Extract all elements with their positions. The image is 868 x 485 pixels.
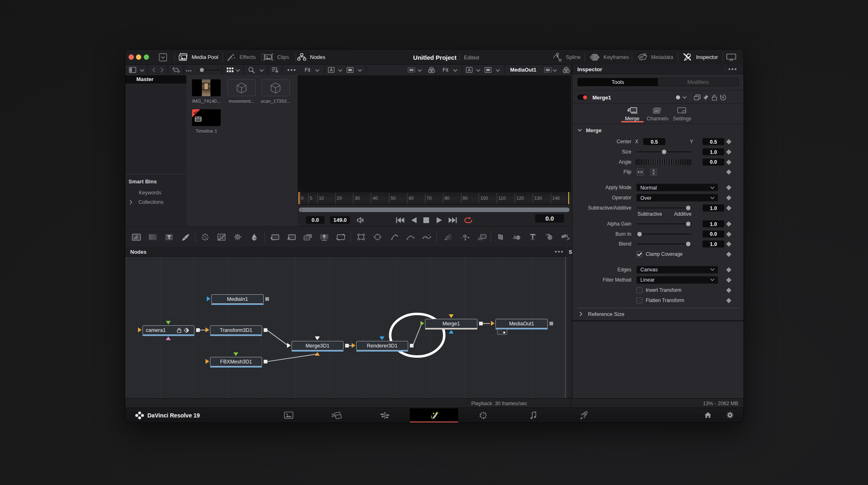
node-output-port[interactable] (264, 360, 267, 363)
grid-view-icon[interactable] (227, 68, 234, 72)
param-dropdown[interactable]: Normal (636, 184, 718, 192)
param-slider-knob[interactable] (686, 242, 691, 246)
page-tab-color[interactable] (472, 408, 495, 422)
panel-tab-media-pool[interactable]: Media Pool (179, 50, 218, 65)
keyframe-diamond[interactable] (726, 159, 731, 164)
tool-button[interactable] (441, 231, 456, 243)
chevron-down-icon[interactable] (338, 69, 342, 72)
tool-button[interactable] (558, 231, 573, 243)
keyframe-diamond[interactable] (726, 195, 731, 200)
graph-node[interactable]: Transform3D1 (210, 325, 262, 335)
graph-node[interactable]: MediaIn1 (211, 294, 264, 304)
play-reverse-icon[interactable] (411, 217, 417, 223)
node-top-port[interactable] (166, 321, 171, 325)
tool-button[interactable] (178, 231, 193, 243)
node-graph[interactable]: MediaIn1camera1Transform3D1Merge3D1Rende… (125, 257, 566, 398)
param-dropdown[interactable]: Linear (636, 276, 718, 284)
param-thumbwheel[interactable] (635, 159, 692, 165)
page-tab-media[interactable] (277, 408, 300, 422)
tool-button[interactable] (284, 231, 298, 243)
thumbnail-size-knob[interactable] (200, 68, 204, 72)
search-icon[interactable] (248, 67, 255, 73)
param-slider-knob[interactable] (686, 222, 691, 226)
node-output-port[interactable] (345, 344, 349, 347)
tool-button[interactable] (162, 231, 176, 243)
tool-button[interactable] (458, 231, 472, 243)
clip-thumbnail[interactable] (192, 109, 221, 126)
clip-thumbnail[interactable] (192, 79, 221, 96)
page-tab-deliver[interactable] (572, 408, 595, 422)
window-chevron-icon[interactable] (159, 53, 167, 61)
page-tab-edit[interactable] (373, 408, 396, 422)
node-output-port[interactable] (196, 328, 200, 332)
keyframe-diamond[interactable] (726, 185, 731, 190)
node-output-port[interactable] (410, 344, 414, 347)
time-ruler[interactable]: 05102030405060708090100110120130140 (298, 192, 571, 205)
tool-button[interactable] (493, 231, 508, 243)
chevron-down-icon[interactable] (553, 69, 557, 72)
node-top-port[interactable] (380, 336, 384, 340)
param-dropdown[interactable]: Canvas (636, 266, 718, 273)
param-slider-knob[interactable] (662, 150, 667, 154)
graph-node[interactable]: Merge1 (425, 319, 477, 328)
page-tab-fusion[interactable] (410, 408, 458, 422)
keyframe-diamond[interactable] (726, 169, 731, 174)
timeline-scrollbar[interactable] (299, 208, 570, 212)
param-x-value[interactable]: 0.5 (643, 138, 665, 145)
keyframe-diamond[interactable] (726, 205, 731, 210)
tool-button[interactable] (420, 231, 434, 243)
node-top-port[interactable] (233, 352, 238, 356)
tool-button[interactable] (333, 231, 348, 243)
dots3-icon[interactable] (287, 69, 296, 71)
monitor-icon[interactable] (726, 53, 737, 61)
graph-node[interactable]: Renderer3D1 (356, 341, 408, 350)
graph-node[interactable]: MediaOut1 (495, 319, 548, 328)
loop-icon[interactable] (464, 217, 473, 223)
param-slider[interactable] (637, 223, 692, 224)
chevron-right-sm-icon[interactable] (130, 200, 133, 205)
panel-tab-clips[interactable]: Clips (263, 50, 289, 65)
flip-vertical-button[interactable] (650, 169, 657, 176)
chevron-right-sm-icon[interactable] (580, 312, 583, 316)
node-top-port[interactable] (315, 336, 320, 340)
dashed-box-icon[interactable] (544, 68, 552, 73)
param-checkbox[interactable] (636, 297, 642, 303)
chevron-down-icon[interactable] (418, 69, 422, 72)
smart-bin-collections[interactable]: Collections (138, 199, 163, 205)
param-slider[interactable] (637, 234, 692, 235)
chevron-down-icon[interactable] (260, 69, 264, 72)
tool-button[interactable] (370, 231, 385, 243)
panel-tab-metadata[interactable]: Metadata (637, 50, 673, 65)
inspector-tab-merge[interactable]: Merge (625, 107, 639, 122)
right-viewer-toolbar-zoom-mode[interactable]: Fit (443, 67, 448, 73)
param-slider-knob[interactable] (637, 232, 642, 236)
node-bottom-port[interactable] (449, 330, 454, 334)
tool-button[interactable] (317, 231, 332, 243)
mode-tab-tools[interactable]: Tools (578, 78, 658, 86)
keyframe-diamond[interactable] (726, 298, 731, 302)
tool-button[interactable] (301, 231, 315, 243)
tool-button[interactable] (145, 231, 160, 243)
param-value[interactable]: 1.0 (703, 149, 724, 156)
node-input-port[interactable] (491, 321, 495, 326)
param-checkbox[interactable] (636, 251, 642, 257)
node-input-port[interactable] (206, 359, 209, 364)
panel-tab-effects[interactable]: Effects (227, 50, 256, 65)
node-input-port[interactable] (287, 343, 291, 348)
inspector-tab-settings[interactable]: Settings (673, 107, 691, 122)
color-wheels-icon[interactable] (563, 67, 570, 73)
node-input-port[interactable] (352, 343, 355, 348)
current-frame-field[interactable]: 0.0 (535, 214, 564, 223)
tool-button[interactable] (403, 231, 418, 243)
a-box-icon[interactable] (328, 67, 335, 73)
chevron-down-icon[interactable] (578, 129, 582, 131)
node-input-port[interactable] (420, 321, 424, 326)
gear-icon[interactable] (726, 411, 734, 419)
copy-icon[interactable] (694, 95, 701, 100)
left-viewer-toolbar-zoom-mode[interactable]: Fit (305, 67, 310, 73)
tool-button[interactable] (231, 231, 245, 243)
param-slider[interactable] (637, 244, 692, 244)
panel-tab-spline[interactable]: Spline (553, 50, 581, 65)
tool-button[interactable] (475, 231, 489, 243)
close-button[interactable] (129, 54, 134, 60)
